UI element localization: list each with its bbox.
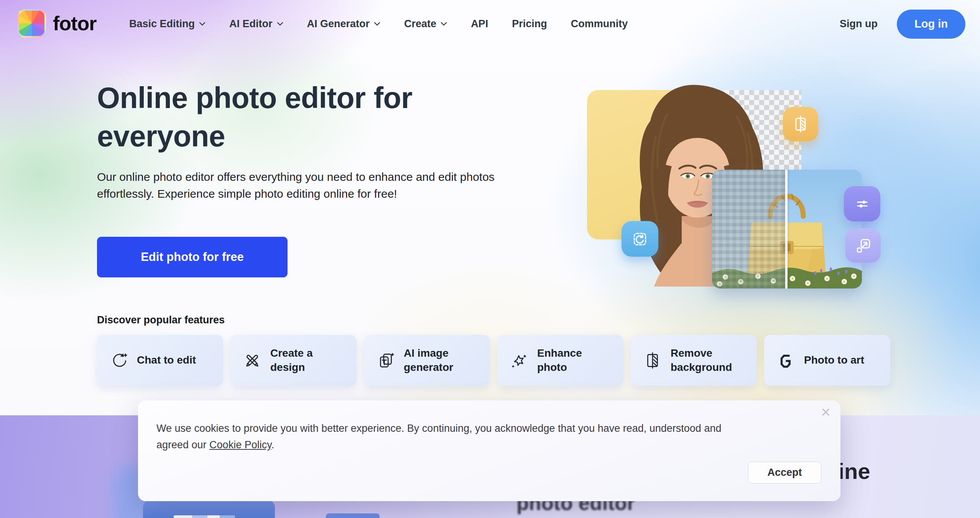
- feature-card-enhance-photo[interactable]: Enhance photo: [497, 335, 623, 386]
- resize-tool-tile[interactable]: [845, 228, 881, 263]
- chevron-down-icon: [441, 22, 447, 26]
- editor-preview-card: [143, 500, 275, 518]
- before-after-photo-card: [712, 170, 862, 289]
- feature-card-label: Create a design: [270, 346, 335, 374]
- cookie-message-line1: We use cookies to provide you with bette…: [156, 420, 821, 437]
- resize-icon: [854, 236, 872, 255]
- next-section-heading-fragment: ine: [838, 458, 870, 484]
- nav-item-label: Community: [571, 18, 628, 30]
- cookie-message-line2: agreed our Cookie Policy.: [156, 437, 821, 453]
- features-heading: Discover popular features: [97, 314, 225, 326]
- feature-card-label: Enhance photo: [537, 346, 602, 374]
- before-after-divider[interactable]: [785, 170, 788, 289]
- remove-background-icon: [644, 352, 661, 369]
- nav-item-api[interactable]: API: [471, 18, 488, 30]
- split-compare-icon: [791, 115, 810, 133]
- adjust-sliders-icon: [853, 195, 871, 213]
- feature-card-label: Chat to edit: [137, 353, 196, 367]
- nav-item-label: Basic Editing: [129, 18, 195, 30]
- page-title-line1: Online photo editor for: [97, 79, 413, 117]
- edit-photo-cta-button[interactable]: Edit photo for free: [97, 237, 288, 277]
- hero-description: Our online photo editor offers everythin…: [97, 169, 496, 202]
- nav-right-actions: Sign up Log in: [840, 0, 965, 48]
- close-icon[interactable]: ×: [821, 404, 830, 420]
- fotor-logo-icon: [18, 9, 46, 38]
- feature-card-ai-image-generator[interactable]: AI image generator: [364, 335, 490, 386]
- nav-item-community[interactable]: Community: [571, 18, 628, 30]
- cookie-banner: × We use cookies to provide you with bet…: [138, 400, 840, 501]
- editor-preview-card-fragment: [326, 513, 380, 518]
- fotor-homepage: fotor Basic Editing AI Editor AI Generat…: [0, 0, 980, 518]
- signup-link[interactable]: Sign up: [840, 18, 878, 30]
- split-compare-tool-tile[interactable]: [783, 107, 818, 141]
- nav-item-basic-editing[interactable]: Basic Editing: [129, 18, 206, 30]
- nav-item-label: AI Editor: [229, 18, 273, 30]
- photo-restore-tool-tile[interactable]: [622, 221, 658, 257]
- nav-item-label: API: [471, 18, 488, 30]
- page-title-line2: everyone: [97, 117, 413, 155]
- main-menu: Basic Editing AI Editor AI Generator Cre…: [129, 0, 628, 48]
- nav-item-ai-generator[interactable]: AI Generator: [307, 18, 381, 30]
- chevron-down-icon: [374, 22, 380, 26]
- photo-restore-icon: [631, 230, 649, 248]
- ai-image-generator-icon: [377, 352, 395, 369]
- login-button[interactable]: Log in: [897, 10, 965, 39]
- photo-to-art-icon: [777, 352, 795, 369]
- fotor-wordmark: fotor: [53, 12, 96, 35]
- chevron-down-icon: [277, 22, 283, 26]
- cookie-message: We use cookies to provide you with bette…: [156, 420, 821, 453]
- pixelation-overlay: [712, 170, 786, 289]
- nav-item-ai-editor[interactable]: AI Editor: [229, 18, 283, 30]
- editor-toolbar-strip: [174, 515, 235, 518]
- fotor-logo[interactable]: fotor: [18, 9, 96, 38]
- top-navigation: fotor Basic Editing AI Editor AI Generat…: [0, 0, 980, 48]
- feature-card-label: Photo to art: [804, 353, 864, 367]
- nav-item-pricing[interactable]: Pricing: [512, 18, 547, 30]
- feature-card-create-design[interactable]: Create a design: [230, 335, 357, 386]
- chat-to-edit-icon: [110, 352, 128, 369]
- chevron-down-icon: [199, 22, 206, 26]
- feature-card-label: AI image generator: [404, 346, 469, 374]
- feature-card-chat-to-edit[interactable]: Chat to edit: [97, 335, 223, 386]
- nav-item-create[interactable]: Create: [404, 18, 447, 30]
- nav-item-label: Create: [404, 18, 436, 30]
- feature-card-label: Remove background: [671, 346, 736, 374]
- create-design-icon: [243, 352, 261, 369]
- nav-item-label: Pricing: [512, 18, 547, 30]
- page-title: Online photo editor for everyone: [97, 79, 413, 155]
- adjust-tool-tile[interactable]: [844, 186, 880, 221]
- accept-cookies-button[interactable]: Accept: [748, 462, 821, 484]
- nav-item-label: AI Generator: [307, 18, 370, 30]
- feature-card-remove-background[interactable]: Remove background: [631, 335, 757, 386]
- feature-card-photo-to-art[interactable]: Photo to art: [764, 335, 890, 386]
- cookie-policy-link[interactable]: Cookie Policy: [209, 439, 271, 451]
- enhance-photo-icon: [510, 352, 528, 369]
